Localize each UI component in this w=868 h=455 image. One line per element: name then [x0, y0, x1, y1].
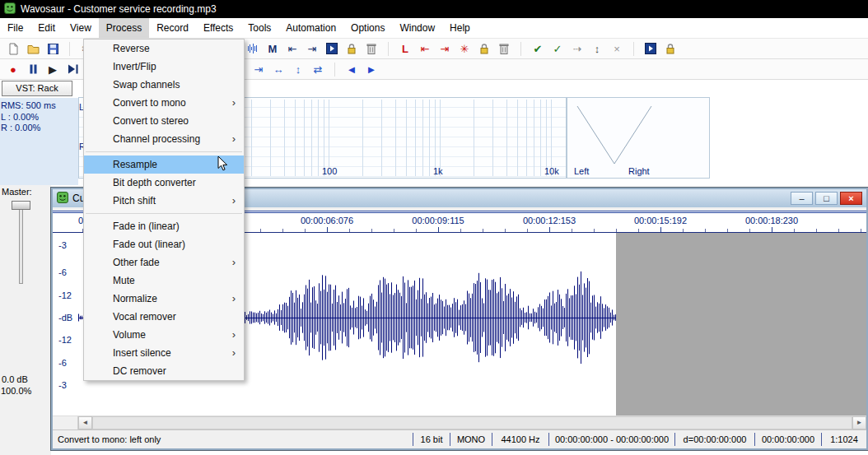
loop-burst-icon[interactable]: ✳ [455, 40, 474, 58]
menubar-item-tools[interactable]: Tools [240, 18, 278, 38]
toolbar-separator [328, 63, 335, 77]
menu-item-label: Invert/Flip [113, 61, 156, 72]
status-field-1: MONO [450, 433, 492, 446]
ruler-major-tick [327, 227, 328, 232]
scroll-left-arrow[interactable]: ◄ [78, 416, 92, 429]
master-gain-percent: 100.0% [1, 386, 31, 396]
window-title: Wavosaur - Customer service recording.mp… [21, 3, 217, 15]
process-menu-item-reverse[interactable]: Reverse [84, 39, 244, 58]
process-menu-item-channel-processing[interactable]: Channel processing› [84, 130, 244, 148]
zoom-horizontal-fit-icon[interactable]: ↔ [268, 61, 288, 78]
marker-play-icon[interactable] [322, 40, 342, 58]
process-menu-item-bit-depth-converter[interactable]: Bit depth converter [84, 174, 244, 192]
process-menu-item-fade-out-linear[interactable]: Fade out (linear) [84, 235, 244, 253]
process-menu-item-other-fade[interactable]: Other fade› [84, 253, 244, 272]
rms-right-value: R : 0.00% [1, 123, 78, 134]
menu-item-label: Fade out (linear) [113, 239, 185, 250]
pause-icon[interactable] [23, 61, 43, 78]
menu-item-label: Fade in (linear) [113, 221, 180, 232]
minimize-button[interactable]: – [791, 192, 813, 205]
close-x-icon[interactable]: × [607, 40, 627, 58]
master-slider-track[interactable] [19, 203, 23, 284]
menubar-item-file[interactable]: File [0, 18, 30, 38]
master-slider-handle[interactable] [12, 201, 30, 210]
title-bar: Wavosaur - Customer service recording.mp… [0, 0, 868, 18]
save-file-icon[interactable] [43, 40, 63, 58]
process-menu-item-convert-to-mono[interactable]: Convert to mono› [84, 94, 244, 112]
menubar-item-view[interactable]: View [63, 18, 99, 38]
db-scale-label: -3 [58, 380, 67, 390]
open-file-icon[interactable] [23, 40, 43, 58]
status-field-6: 1:1024 [821, 433, 866, 446]
loop-end-icon[interactable]: ⇥ [435, 40, 455, 58]
menubar-item-help[interactable]: Help [442, 18, 478, 38]
process-menu-item-vocal-remover[interactable]: Vocal remover [84, 308, 244, 326]
process-menu-item-swap-channels[interactable]: Swap channels [84, 76, 244, 94]
scrollbar-thumb[interactable] [92, 416, 852, 429]
zoom-selection-end-icon[interactable]: ⇥ [249, 61, 268, 78]
nav-next-icon[interactable]: ► [362, 61, 381, 78]
document-icon [57, 192, 68, 206]
process-menu-item-mute[interactable]: Mute [84, 272, 244, 290]
new-file-icon[interactable] [3, 40, 23, 58]
loop-lock-icon[interactable] [474, 40, 494, 58]
submenu-arrow-icon: › [232, 290, 236, 308]
menubar-item-window[interactable]: Window [392, 18, 442, 38]
db-scale-label: -6 [58, 358, 67, 368]
ruler-timestamp: 00:00:18:230 [735, 216, 809, 225]
edit-lock-icon[interactable] [660, 40, 680, 58]
snap-zero-icon[interactable]: ✔ [528, 40, 548, 58]
process-menu-item-fade-in-linear[interactable]: Fade in (linear) [84, 217, 244, 235]
menubar-item-effects[interactable]: Effects [196, 18, 240, 38]
freq-label-1k: 1k [433, 166, 443, 176]
play-icon[interactable]: ▶ [43, 61, 63, 78]
loop-start-icon[interactable]: ⇤ [415, 40, 435, 58]
process-menu-item-volume[interactable]: Volume› [84, 326, 244, 344]
marker-lock-icon[interactable] [342, 40, 362, 58]
loop-delete-icon[interactable] [494, 40, 514, 58]
document-window-controls: – □ × [791, 192, 866, 205]
db-scale-label: -6 [58, 267, 67, 277]
scroll-right-arrow[interactable]: ► [852, 416, 866, 429]
close-button[interactable]: × [840, 192, 862, 205]
menubar-item-options[interactable]: Options [343, 18, 392, 38]
maximize-button[interactable]: □ [815, 192, 838, 205]
menu-item-label: Swap channels [113, 79, 180, 91]
menubar-item-automation[interactable]: Automation [278, 18, 343, 38]
marker-next-icon[interactable]: ⇥ [302, 40, 322, 58]
menubar-item-record[interactable]: Record [149, 18, 196, 38]
process-menu-item-insert-silence[interactable]: Insert silence› [84, 344, 244, 362]
vst-rack-button[interactable]: VST: Rack [2, 81, 72, 96]
process-menu-item-normalize[interactable]: Normalize› [84, 290, 244, 308]
dashed-arrow-icon[interactable]: ⇢ [567, 40, 587, 58]
process-menu-item-invert-flip[interactable]: Invert/Flip [84, 58, 244, 76]
play-selection-icon[interactable] [63, 61, 82, 78]
swap-view-icon[interactable]: ⇄ [308, 61, 328, 78]
process-menu-item-pitch-shift[interactable]: Pitch shift› [84, 192, 244, 210]
ruler-major-tick [438, 227, 439, 232]
menu-item-label: Mute [113, 275, 135, 286]
loop-marker-icon[interactable]: L [395, 40, 415, 58]
process-menu-item-dc-remover[interactable]: DC remover [84, 362, 244, 380]
menubar-item-process[interactable]: Process [99, 18, 149, 38]
menubar-item-edit[interactable]: Edit [30, 18, 63, 38]
menu-item-label: DC remover [113, 365, 166, 377]
resize-vertical-icon[interactable]: ↕ [587, 40, 607, 58]
auto-play-icon[interactable] [641, 40, 660, 58]
record-icon[interactable]: ● [3, 61, 23, 78]
wavosaur-app-icon [4, 2, 16, 16]
zoom-vertical-fit-icon[interactable]: ↕ [288, 61, 308, 78]
rms-left-value: L : 0.00% [1, 112, 78, 123]
nav-previous-icon[interactable]: ◄ [342, 61, 362, 78]
verify-check-icon[interactable]: ✓ [548, 40, 567, 58]
marker-prev-icon[interactable]: ⇤ [282, 40, 302, 58]
horizontal-scrollbar[interactable]: ◄ ► [53, 416, 866, 429]
db-scale-label: -12 [58, 290, 72, 300]
process-menu-item-convert-to-stereo[interactable]: Convert to stereo [84, 112, 244, 130]
marker-zoom-out-icon[interactable] [243, 40, 263, 58]
submenu-arrow-icon: › [232, 344, 236, 362]
marker-delete-icon[interactable] [362, 40, 381, 58]
process-menu-item-resample[interactable]: Resample [84, 156, 244, 174]
marker-insert-icon[interactable]: M [263, 40, 282, 58]
menu-item-label: Pitch shift [113, 195, 156, 207]
